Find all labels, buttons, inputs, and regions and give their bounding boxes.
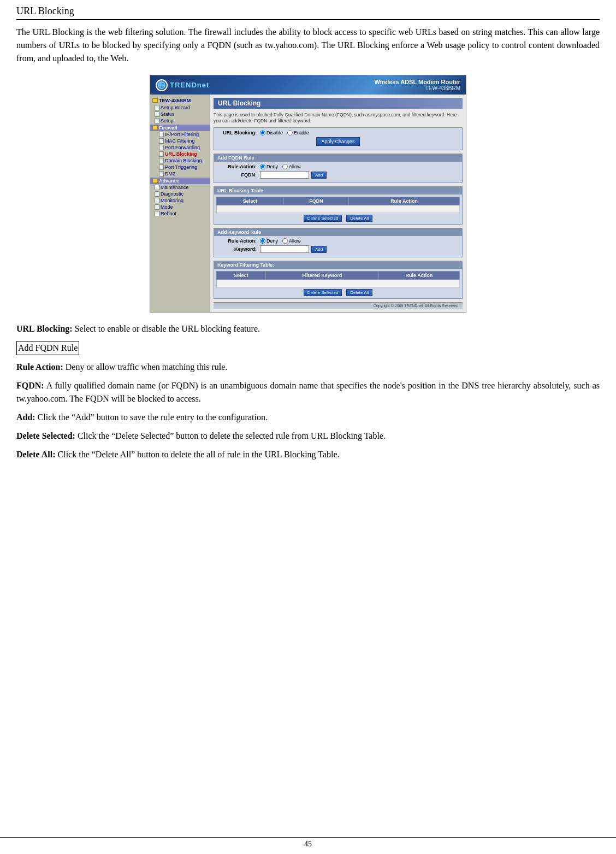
enable-label: Enable [294, 130, 309, 136]
keyword-delete-all-button[interactable]: Delete All [346, 289, 372, 296]
kw-table-col-select: Select [217, 272, 266, 280]
add-text: Click the “Add” button to save the rule … [38, 413, 268, 422]
apply-row: Apply Changes [216, 137, 460, 146]
nav-file-icon-portfwd: 📄 [159, 145, 164, 150]
nav-setup[interactable]: 📄 Setup [150, 117, 210, 124]
fqdn-term: FQDN: [16, 381, 44, 390]
firewall-folder-icon [152, 126, 158, 130]
fqdn-add-button[interactable]: Add [311, 172, 327, 179]
disable-radio-label[interactable]: Disable [260, 130, 283, 136]
url-table-header: URL Blocking Table [214, 187, 462, 195]
rule-action-text: Deny or allow traffic when matching this… [66, 362, 228, 372]
nav-reboot[interactable]: 📄 Reboot [150, 210, 210, 217]
nav-url-blocking[interactable]: 📄 URL Blocking [150, 151, 210, 157]
keyword-field-label: Keyword: [216, 246, 260, 252]
url-blocking-control-box: URL Blocking: Disable Enable [214, 127, 463, 150]
url-blocking-desc-text: Select to enable or disable the URL bloc… [75, 324, 260, 333]
router-model-area: Wireless ADSL Modem Router TEW-436BRM [374, 79, 460, 91]
keyword-table-box: Keyword Filtering Table: Select Filtered… [214, 261, 463, 299]
content-title: URL Blocking [214, 98, 463, 109]
fqdn-rule-radio-group: Deny Allow [260, 164, 301, 169]
router-content: URL Blocking This page is used to blocke… [210, 95, 466, 312]
nav-status[interactable]: 📄 Status [150, 111, 210, 117]
nav-mode[interactable]: 📄 Mode [150, 204, 210, 210]
fqdn-para: FQDN: A fully qualified domain name (or … [16, 379, 600, 405]
nav-diagnostic[interactable]: 📄 Diagnostic [150, 191, 210, 197]
fqdn-deny-text: Deny [266, 164, 278, 169]
nav-monitoring[interactable]: 📄 Monitoring [150, 197, 210, 204]
desc-rule-action: Rule Action: Deny or allow traffic when … [16, 361, 600, 374]
router-nav: TEW-436BRM 📄 Setup Wizard 📄 Status 📄 Set… [150, 95, 210, 312]
nav-file-icon-url: 📄 [159, 151, 164, 157]
disable-label: Disable [266, 130, 283, 136]
copyright-bar: Copyright © 2009 TRENDnet. All Rights Re… [214, 302, 463, 309]
keyword-add-button[interactable]: Add [311, 246, 327, 253]
enable-radio[interactable] [287, 130, 293, 136]
nav-setup-wizard[interactable]: 📄 Setup Wizard [150, 104, 210, 111]
logo-net: net [197, 81, 210, 89]
nav-file-icon-ip: 📄 [159, 132, 164, 137]
fqdn-deny-label[interactable]: Deny [260, 164, 278, 169]
router-header: TRENDnet Wireless ADSL Modem Router TEW-… [150, 75, 466, 95]
nav-file-icon-mac: 📄 [159, 138, 164, 144]
kw-table-empty-row [217, 280, 460, 287]
url-delete-all-button[interactable]: Delete All [346, 215, 372, 222]
keyword-rule-radio-group: Deny Allow [260, 238, 301, 244]
rule-action-term: Rule Action: [16, 362, 63, 372]
nav-file-icon-setup-wizard: 📄 [155, 105, 159, 110]
enable-radio-label[interactable]: Enable [287, 130, 309, 136]
fqdn-deny-radio[interactable] [260, 164, 265, 169]
keyword-deny-radio[interactable] [260, 238, 265, 244]
url-delete-selected-button[interactable]: Delete Selected [304, 215, 342, 222]
nav-file-icon-diagnostic: 📄 [155, 191, 159, 197]
keyword-input[interactable] [260, 245, 309, 253]
nav-dmz[interactable]: 📄 DMZ [150, 170, 210, 177]
fqdn-input-row: FQDN: Add [216, 171, 460, 179]
delete-all-text: Click the “Delete All” button to delete … [58, 450, 340, 459]
kw-table-col-action: Rule Action [378, 272, 459, 280]
nav-domain-blocking[interactable]: 📄 Domain Blocking [150, 157, 210, 164]
desc-delete-all: Delete All: Click the “Delete All” butto… [16, 448, 600, 461]
nav-port-forwarding[interactable]: 📄 Port Forwarding [150, 144, 210, 151]
url-blocking-table: Select FQDN Rule Action [216, 197, 460, 213]
delete-selected-para: Delete Selected: Click the “Delete Selec… [16, 429, 600, 443]
table-empty-cell [217, 205, 460, 213]
add-fqdn-box: Add FQDN Rule Rule Action: Deny A [214, 154, 463, 183]
fqdn-allow-radio[interactable] [282, 164, 288, 169]
url-blocking-table-box: URL Blocking Table Select FQDN Rule Acti… [214, 186, 463, 225]
disable-radio[interactable] [260, 130, 265, 136]
keyword-allow-radio[interactable] [282, 238, 288, 244]
keyword-delete-selected-button[interactable]: Delete Selected [304, 289, 342, 296]
keyword-input-row: Keyword: Add [216, 245, 460, 253]
nav-file-icon-porttrig: 📄 [159, 164, 164, 170]
logo-icon [156, 79, 168, 91]
delete-all-term: Delete All: [16, 450, 56, 459]
apply-changes-button[interactable]: Apply Changes [316, 137, 359, 146]
page-container: URL Blocking The URL Blocking is the web… [0, 0, 616, 854]
nav-port-triggering[interactable]: 📄 Port Triggering [150, 164, 210, 170]
trendnet-logo: TRENDnet [156, 79, 209, 91]
keyword-allow-text: Allow [289, 238, 301, 244]
nav-advance-section: Advance [150, 178, 210, 184]
nav-device: TEW-436BRM [150, 97, 210, 104]
nav-ip-port-filtering[interactable]: 📄 IP/Port Filtering [150, 131, 210, 138]
logo-trend: TREND [170, 81, 197, 89]
keyword-deny-label[interactable]: Deny [260, 238, 278, 244]
add-keyword-header: Add Keyword Rule [214, 228, 462, 236]
nav-mac-filtering[interactable]: 📄 MAC Filtering [150, 138, 210, 144]
keyword-allow-label[interactable]: Allow [282, 238, 301, 244]
delete-all-para: Delete All: Click the “Delete All” butto… [16, 448, 600, 461]
page-number-bar: 45 [0, 837, 616, 849]
keyword-rule-action-label: Rule Action: [216, 238, 260, 244]
url-table-buttons: Delete Selected Delete All [216, 215, 460, 222]
fqdn-allow-label[interactable]: Allow [282, 164, 301, 169]
nav-file-icon-status: 📄 [155, 111, 159, 117]
fqdn-field-label: FQDN: [216, 172, 260, 178]
keyword-table-header: Keyword Filtering Table: [214, 261, 462, 269]
desc-add: Add: Click the “Add” button to save the … [16, 411, 600, 424]
nav-file-icon-domain: 📄 [159, 158, 164, 163]
nav-maintenance[interactable]: 📄 Maintenance [150, 184, 210, 191]
url-blocking-desc-para: URL Blocking: Select to enable or disabl… [16, 322, 600, 335]
wireless-title: Wireless ADSL Modem Router [374, 79, 460, 85]
fqdn-input[interactable] [260, 171, 309, 179]
